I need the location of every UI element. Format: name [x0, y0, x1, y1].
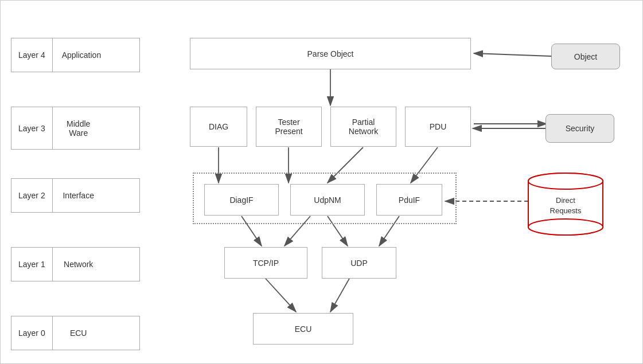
udp-label: UDP — [350, 259, 368, 268]
tester-present-label: Tester Present — [275, 118, 302, 136]
pduif-box: PduIF — [376, 184, 442, 216]
svg-line-15 — [330, 279, 349, 312]
udp-box: UDP — [322, 247, 396, 279]
layer-2-number: Layer 2 — [11, 179, 53, 212]
svg-point-23 — [528, 219, 603, 235]
layer-1-number: Layer 1 — [11, 248, 53, 281]
diagram-container: Layer 4 Application Layer 3 Middle Ware … — [0, 0, 643, 364]
tcpip-label: TCP/IP — [253, 259, 279, 268]
svg-point-24 — [528, 173, 603, 189]
udpnm-label: UdpNM — [314, 195, 341, 205]
layer-3-name: Middle Ware — [53, 107, 104, 149]
security-label: Security — [566, 124, 595, 133]
tcpip-box: TCP/IP — [224, 247, 307, 279]
layer-2-name: Interface — [53, 179, 104, 212]
layer-3-number: Layer 3 — [11, 107, 53, 149]
diagif-label: DiagIF — [229, 195, 253, 205]
ecu-label: ECU — [295, 324, 312, 334]
tester-present-box: Tester Present — [256, 107, 322, 147]
layer-4-number: Layer 4 — [11, 38, 53, 72]
ecu-box: ECU — [253, 313, 353, 345]
diag-label: DIAG — [209, 122, 228, 131]
pdu-box: PDU — [405, 107, 471, 147]
layer-4-name: Application — [53, 38, 111, 72]
udpnm-box: UdpNM — [290, 184, 365, 216]
pduif-label: PduIF — [399, 195, 420, 205]
security-box: Security — [545, 114, 614, 143]
layer-4-box: Layer 4 Application — [11, 38, 140, 72]
layer-1-box: Layer 1 Network — [11, 247, 140, 281]
object-box: Object — [551, 44, 620, 69]
layer-0-box: Layer 0 ECU — [11, 316, 140, 350]
layer-3-box: Layer 3 Middle Ware — [11, 107, 140, 150]
layer-0-number: Layer 0 — [11, 316, 53, 350]
layer-1-name: Network — [53, 248, 104, 281]
svg-text:Requests: Requests — [550, 206, 582, 215]
partial-network-box: Partial Network — [330, 107, 396, 147]
svg-line-2 — [474, 53, 551, 56]
diag-box: DIAG — [190, 107, 247, 147]
pdu-label: PDU — [430, 122, 447, 131]
parse-object-box: Parse Object — [190, 38, 471, 69]
layer-2-box: Layer 2 Interface — [11, 178, 140, 213]
direct-requests-container: Direct Requests — [523, 170, 609, 238]
direct-requests-cylinder: Direct Requests — [523, 170, 609, 238]
partial-network-label: Partial Network — [349, 118, 378, 136]
diagif-box: DiagIF — [204, 184, 279, 216]
svg-text:Direct: Direct — [556, 196, 575, 205]
layer-0-name: ECU — [53, 316, 104, 350]
object-label: Object — [574, 52, 597, 61]
svg-line-14 — [266, 279, 296, 312]
parse-object-label: Parse Object — [307, 49, 354, 58]
